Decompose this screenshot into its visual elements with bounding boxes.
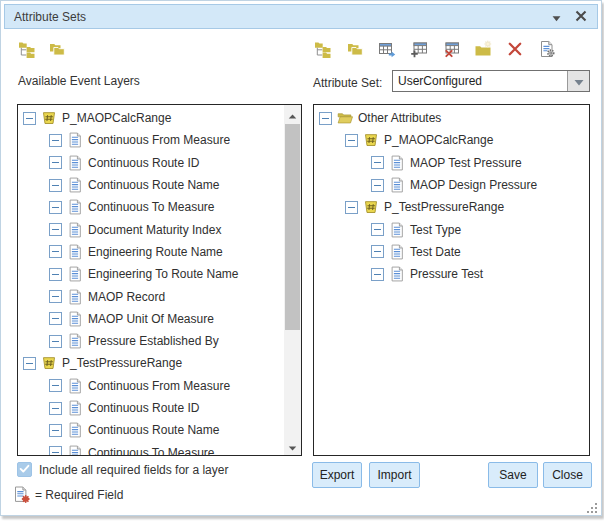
new-attribute-set-button[interactable] <box>474 40 492 58</box>
resize-grip[interactable] <box>586 500 598 512</box>
tree-item[interactable]: P_MAOPCalcRange <box>18 107 284 129</box>
tree-item[interactable]: Document Maturity Index <box>18 218 284 240</box>
layers-toolbar <box>18 40 66 58</box>
attribute-set-properties-button[interactable] <box>538 40 556 58</box>
tree-item[interactable]: Continuous From Measure <box>18 129 284 151</box>
collapse-attribute-tree-button[interactable] <box>346 40 364 58</box>
tree-item[interactable]: Engineering Route Name <box>18 241 284 263</box>
available-layers-panel: P_MAOPCalcRangeContinuous From MeasureCo… <box>17 104 302 456</box>
collapse-toggle[interactable] <box>345 134 358 147</box>
tree-item-label: Continuous To Measure <box>88 446 215 456</box>
attribute-set-tree: Other AttributesP_MAOPCalcRangeMAOP Test… <box>314 105 589 285</box>
tree-item[interactable]: Pressure Established By <box>18 330 284 352</box>
vertical-scrollbar[interactable] <box>284 105 301 455</box>
collapse-toggle[interactable] <box>371 179 384 192</box>
collapse-toggle[interactable] <box>49 201 62 214</box>
tree-item[interactable]: P_TestPressureRange <box>18 352 284 374</box>
available-event-layers-label: Available Event Layers <box>18 74 140 88</box>
tree-item[interactable]: Pressure Test <box>314 263 589 285</box>
collapse-toggle[interactable] <box>49 379 62 392</box>
scroll-up-button[interactable] <box>284 106 301 122</box>
collapse-toggle[interactable] <box>371 156 384 169</box>
collapse-toggle[interactable] <box>49 134 62 147</box>
collapse-toggle[interactable] <box>49 290 62 303</box>
tree-item-label: MAOP Record <box>88 290 165 304</box>
tree-item-label: Test Type <box>410 223 461 237</box>
doc-icon <box>67 289 83 305</box>
add-table-icon <box>410 40 428 58</box>
attribute-set-dropdown-button[interactable] <box>567 71 589 91</box>
collapse-toggle[interactable] <box>371 223 384 236</box>
event-layer-icon <box>363 132 379 148</box>
tree-item[interactable]: Continuous Route ID <box>18 397 284 419</box>
tree-item[interactable]: P_MAOPCalcRange <box>314 129 589 151</box>
tree-item[interactable]: Continuous From Measure <box>18 375 284 397</box>
tree-item[interactable]: P_TestPressureRange <box>314 196 589 218</box>
collapse-toggle[interactable] <box>23 112 36 125</box>
attribute-set-label: Attribute Set: <box>313 76 382 90</box>
collapse-toggle[interactable] <box>49 335 62 348</box>
tree-item-label: Continuous Route Name <box>88 423 219 437</box>
tree-item[interactable]: Continuous Route Name <box>18 174 284 196</box>
tree-item[interactable]: Test Date <box>314 241 589 263</box>
tree-item-label: Pressure Established By <box>88 334 219 348</box>
tree-item-label: Continuous Route ID <box>88 156 199 170</box>
collapse-toggle[interactable] <box>49 312 62 325</box>
tree-item[interactable]: MAOP Record <box>18 285 284 307</box>
expand-layer-tree-button[interactable] <box>18 40 36 58</box>
import-button[interactable]: Import <box>369 462 420 488</box>
collapse-toggle[interactable] <box>49 446 62 456</box>
collapse-toggle[interactable] <box>23 357 36 370</box>
tree-item[interactable]: Continuous To Measure <box>18 196 284 218</box>
attribute-sets-dialog: Attribute Sets Available Event Layers At… <box>0 0 602 516</box>
tree-item[interactable]: Test Type <box>314 218 589 240</box>
tree-item[interactable]: Continuous Route ID <box>18 152 284 174</box>
titlebar-buttons <box>549 9 588 24</box>
dock-menu-button[interactable] <box>549 9 564 24</box>
save-button[interactable]: Save <box>488 462 538 488</box>
titlebar[interactable]: Attribute Sets <box>4 4 598 29</box>
tree-item[interactable]: Other Attributes <box>314 107 589 129</box>
collapse-toggle[interactable] <box>49 156 62 169</box>
close-dialog-button[interactable]: Close <box>543 462 592 488</box>
attribute-set-combobox[interactable]: UserConfigured <box>392 70 590 92</box>
collapse-layer-tree-button[interactable] <box>48 40 66 58</box>
tree-item[interactable]: Engineering To Route Name <box>18 263 284 285</box>
close-button[interactable] <box>573 9 588 24</box>
collapse-toggle[interactable] <box>49 179 62 192</box>
tree-expand-icon <box>314 40 332 58</box>
collapse-toggle[interactable] <box>49 245 62 258</box>
attribute-set-value: UserConfigured <box>393 71 567 91</box>
remove-table-button[interactable] <box>442 40 460 58</box>
tree-item-label: P_TestPressureRange <box>62 356 182 370</box>
doc-icon <box>67 155 83 171</box>
tree-item[interactable]: MAOP Test Pressure <box>314 152 589 174</box>
scrollbar-thumb[interactable] <box>285 124 300 330</box>
collapse-toggle[interactable] <box>49 402 62 415</box>
tree-item[interactable]: Continuous To Measure <box>18 441 284 456</box>
tree-item-label: Continuous Route ID <box>88 401 199 415</box>
expand-attribute-tree-button[interactable] <box>314 40 332 58</box>
collapse-toggle[interactable] <box>49 268 62 281</box>
required-field-legend: = Required Field <box>13 486 123 504</box>
tree-item-label: Engineering Route Name <box>88 245 223 259</box>
collapse-toggle[interactable] <box>49 424 62 437</box>
tree-item[interactable]: Continuous Route Name <box>18 419 284 441</box>
collapse-toggle[interactable] <box>49 223 62 236</box>
export-button[interactable]: Export <box>312 462 362 488</box>
add-table-button[interactable] <box>410 40 428 58</box>
open-table-button[interactable] <box>378 40 396 58</box>
delete-attribute-set-button[interactable] <box>506 40 524 58</box>
tree-item-label: Test Date <box>410 245 461 259</box>
event-layer-icon <box>41 355 57 371</box>
collapse-toggle[interactable] <box>345 201 358 214</box>
collapse-toggle[interactable] <box>371 268 384 281</box>
tree-item[interactable]: MAOP Unit Of Measure <box>18 308 284 330</box>
include-required-fields-checkbox[interactable] <box>17 462 32 477</box>
doc-icon <box>67 132 83 148</box>
scroll-down-button[interactable] <box>284 438 301 454</box>
collapse-toggle[interactable] <box>371 245 384 258</box>
collapse-toggle[interactable] <box>319 112 332 125</box>
tree-item[interactable]: MAOP Design Pressure <box>314 174 589 196</box>
doc-icon <box>67 177 83 193</box>
